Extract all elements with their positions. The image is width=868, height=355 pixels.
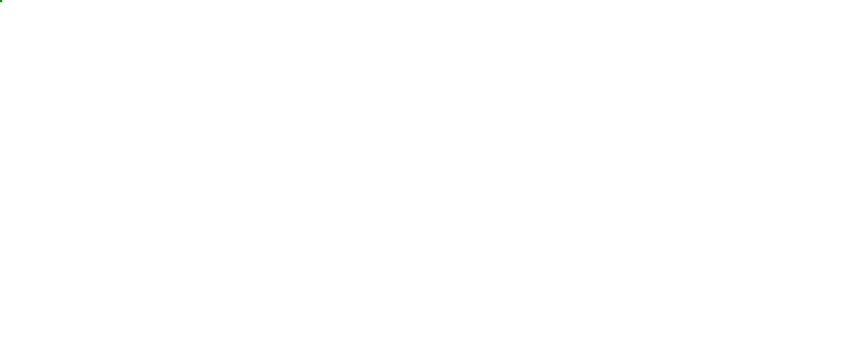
active-cell-indicator — [0, 0, 2, 2]
spreadsheet-grid[interactable] — [0, 0, 868, 355]
